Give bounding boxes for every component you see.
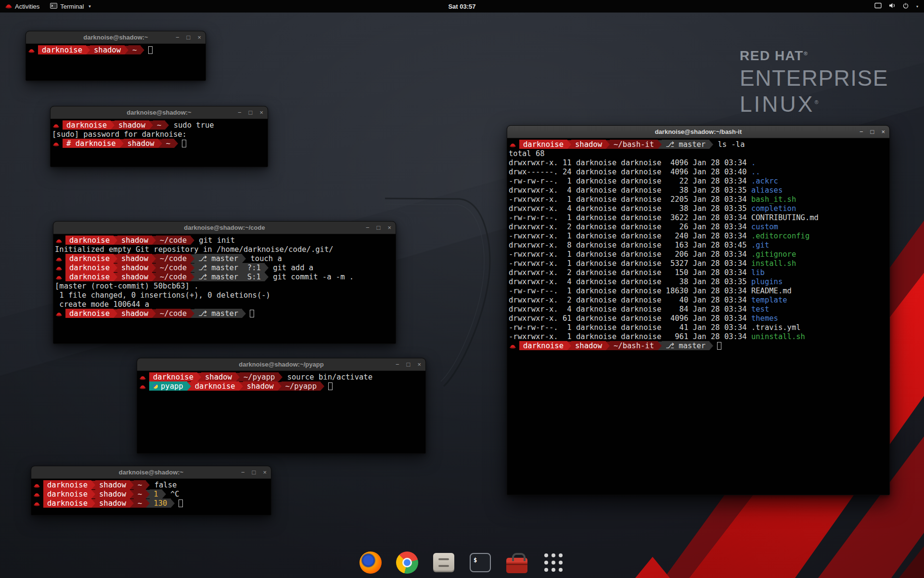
dock-item-show-applications[interactable]	[541, 550, 566, 575]
command-text: git add a	[269, 263, 313, 272]
close-button[interactable]: ×	[263, 469, 267, 475]
terminal-content[interactable]: darknoiseshadow~/bash-it⎇ master ls -lat…	[507, 138, 889, 495]
output-text: drwxrwxr-x. 2 darknoise darknoise 40 Jan…	[509, 296, 751, 304]
prompt-segment-path: ~/code	[156, 263, 191, 272]
output-text: drwxrwxr-x. 61 darknoise darknoise 4096 …	[509, 314, 751, 323]
terminal-line: 1 file changed, 0 insertions(+), 0 delet…	[55, 290, 395, 300]
clock[interactable]: Sat 03:57	[0, 3, 924, 10]
prompt-segment-path: ~	[134, 499, 146, 508]
powerline-separator-icon	[265, 273, 269, 281]
powerline-separator-icon	[658, 342, 662, 350]
maximize-button[interactable]: □	[407, 361, 411, 368]
powerline-separator-icon	[191, 263, 194, 272]
prompt-segment-path: ~/code	[156, 236, 191, 245]
titlebar[interactable]: darknoise@shadow:~ − □ ×	[31, 466, 271, 479]
dock-item-firefox[interactable]	[358, 550, 383, 575]
terminal-window-home-1[interactable]: darknoise@shadow:~ − □ × darknoiseshadow…	[26, 31, 206, 81]
terminal-line: darknoiseshadow~/bash-it⎇ master	[509, 341, 888, 350]
dock-item-chrome[interactable]	[395, 550, 420, 575]
output-text: bash_it.sh	[751, 195, 796, 204]
prompt-segment-user: darknoise	[43, 499, 91, 508]
close-button[interactable]: ×	[387, 224, 391, 231]
minimize-button[interactable]: −	[238, 109, 242, 116]
output-text: plugins	[751, 277, 783, 286]
powerline-separator-icon	[152, 236, 156, 245]
minimize-button[interactable]: −	[396, 361, 399, 368]
output-text: drwxrwxr-x. 2 darknoise darknoise 26 Jan…	[509, 223, 751, 231]
powerline-separator-icon	[130, 499, 134, 508]
terminal-window-sudo[interactable]: darknoise@shadow:~ − □ × darknoiseshadow…	[50, 106, 268, 167]
prompt-segment-host: shadow	[117, 263, 152, 272]
minimize-button[interactable]: −	[860, 129, 863, 135]
powerline-separator-icon	[114, 254, 117, 263]
dock-item-toolbox[interactable]	[504, 550, 529, 575]
output-text: custom	[751, 223, 778, 231]
terminal-window-code[interactable]: darknoise@shadow:~/code − □ × darknoises…	[53, 221, 396, 344]
terminal-line: drwxrwxr-x. 11 darknoise darknoise 4096 …	[509, 158, 888, 167]
terminal-content[interactable]: darknoiseshadow~	[26, 44, 205, 80]
prompt-segment-host: shadow	[90, 45, 125, 54]
output-text: .	[751, 158, 756, 167]
activities-button[interactable]: Activities	[0, 0, 45, 13]
titlebar[interactable]: darknoise@shadow:~ − □ ×	[51, 106, 268, 119]
prompt-segment-user: darknoise	[519, 341, 567, 350]
app-menu-terminal[interactable]: Terminal ▼	[45, 0, 97, 13]
dock-item-files[interactable]	[431, 550, 456, 575]
close-button[interactable]: ×	[259, 109, 263, 116]
terminal-content[interactable]: darknoiseshadow~ falsedarknoiseshadow~1 …	[31, 479, 271, 515]
powerline-separator-icon	[709, 342, 713, 350]
terminal-content[interactable]: darknoiseshadow~/code git initInitialize…	[53, 234, 396, 343]
output-text: drwxrwxr-x. 4 darknoise darknoise 38 Jan…	[509, 204, 751, 213]
prompt-segment-path: ~/code	[156, 272, 191, 281]
powerline-separator-icon	[567, 140, 571, 149]
output-text: completion	[751, 204, 796, 213]
close-button[interactable]: ×	[881, 129, 885, 135]
output-text: ..	[751, 168, 760, 176]
prompt-segment-path: ~/pyapp	[282, 381, 321, 391]
terminal-line: Initialized empty Git repository in /hom…	[55, 245, 395, 254]
minimize-button[interactable]: −	[176, 34, 180, 40]
titlebar[interactable]: darknoise@shadow:~/code − □ ×	[53, 222, 396, 234]
prompt-segment-user: darknoise	[43, 489, 91, 499]
brand-redhat: RED HAT®	[740, 48, 888, 64]
terminal-content[interactable]: darknoiseshadow~/pyapp source bin/activa…	[137, 371, 425, 453]
prompt-segment-host: shadow	[571, 140, 606, 149]
powerline-separator-icon	[152, 273, 156, 281]
terminal-window-exit-codes[interactable]: darknoise@shadow:~ − □ × darknoiseshadow…	[31, 466, 271, 515]
system-status-area[interactable]: ▾	[869, 0, 924, 13]
maximize-button[interactable]: □	[187, 34, 191, 40]
output-text: drwxrwxr-x. 11 darknoise darknoise 4096 …	[509, 158, 751, 167]
prompt-segment-user: darknoise	[63, 120, 111, 130]
maximize-button[interactable]: □	[377, 224, 381, 231]
prompt-segment-host: shadow	[124, 139, 158, 148]
close-button[interactable]: ×	[417, 361, 421, 368]
powerline-separator-icon	[114, 236, 117, 245]
prompt-segment-exit: 130	[150, 499, 171, 508]
python-icon	[153, 384, 158, 389]
powerline-separator-icon	[130, 481, 134, 489]
close-button[interactable]: ×	[197, 34, 201, 40]
redhat-prompt-icon	[56, 274, 63, 280]
command-text: sudo true	[169, 121, 214, 130]
minimize-button[interactable]: −	[241, 469, 245, 475]
terminal-window-bash-it[interactable]: darknoise@shadow:~/bash-it − □ × darknoi…	[507, 125, 890, 495]
prompt-segment-path: ~/code	[156, 254, 191, 263]
maximize-button[interactable]: □	[871, 129, 874, 135]
minimize-button[interactable]: −	[366, 224, 370, 231]
maximize-button[interactable]: □	[249, 109, 253, 116]
terminal-line: pyappdarknoiseshadow~/pyapp	[139, 381, 424, 391]
terminal-window-pyapp[interactable]: darknoise@shadow:~/pyapp − □ × darknoise…	[137, 358, 426, 454]
powerline-separator-icon	[191, 236, 194, 245]
redhat-prompt-icon	[510, 343, 517, 349]
command-text: ls -la	[713, 140, 744, 149]
titlebar[interactable]: darknoise@shadow:~/pyapp − □ ×	[137, 358, 425, 371]
maximize-button[interactable]: □	[252, 469, 256, 475]
terminal-line: darknoiseshadow~130	[33, 499, 270, 508]
dock-item-terminal[interactable]	[468, 550, 493, 575]
titlebar[interactable]: darknoise@shadow:~ − □ ×	[26, 31, 205, 44]
terminal-line: -rw-rw-r--. 1 darknoise darknoise 18630 …	[509, 286, 888, 295]
terminal-content[interactable]: darknoiseshadow~ sudo true[sudo] passwor…	[51, 119, 268, 167]
output-text: -rw-rw-r--. 1 darknoise darknoise 18630 …	[509, 287, 751, 295]
prompt-segment-git: ⎇ master	[662, 341, 709, 350]
titlebar[interactable]: darknoise@shadow:~/bash-it − □ ×	[507, 126, 889, 138]
